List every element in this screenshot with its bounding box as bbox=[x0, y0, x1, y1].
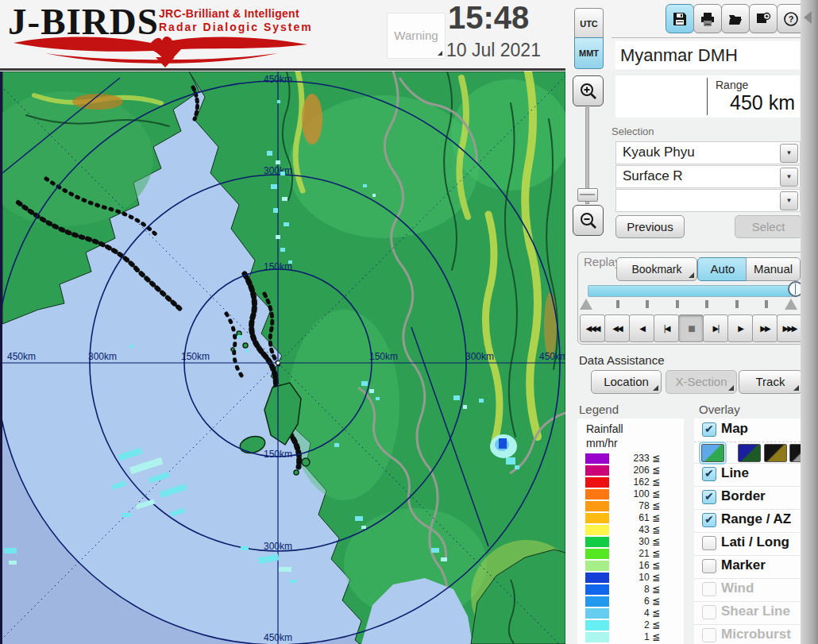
eagle-logo-icon bbox=[10, 32, 311, 68]
site-dropdown-value: Kyauk Phyu bbox=[623, 145, 695, 160]
legend-value: 61 ≦ bbox=[604, 512, 660, 523]
line-checkbox[interactable] bbox=[702, 467, 716, 481]
svg-text:300km: 300km bbox=[465, 351, 494, 362]
skip-to-start-button[interactable]: |◀ bbox=[654, 314, 679, 342]
radar-map-view[interactable]: 450km 300km 150km 150km 300km 450km 450k… bbox=[0, 71, 565, 644]
play-reverse-button[interactable]: ◀ bbox=[629, 314, 654, 342]
overlay-options: Map Line Border Range / AZ Lati / Long M… bbox=[694, 418, 801, 644]
overlay-row-border[interactable]: Border bbox=[694, 486, 801, 510]
chevron-down-icon[interactable]: ▼ bbox=[780, 168, 798, 187]
auto-mode-button[interactable]: Auto bbox=[697, 257, 748, 281]
option-dropdown[interactable]: ▼ bbox=[615, 189, 801, 212]
selection-label: Selection bbox=[612, 125, 654, 137]
replay-timeline-slider[interactable] bbox=[588, 285, 797, 297]
collapse-panel-arrow-icon[interactable] bbox=[804, 11, 812, 24]
legend-value: 206 ≦ bbox=[604, 465, 660, 476]
overlay-item-label: Wind bbox=[721, 580, 754, 596]
legend-label: Legend bbox=[579, 403, 619, 416]
microburst-checkbox bbox=[702, 628, 716, 642]
location-button[interactable]: Location bbox=[591, 370, 662, 394]
map-style-olive[interactable] bbox=[764, 444, 787, 462]
svg-text:450km: 450km bbox=[539, 351, 565, 362]
previous-button[interactable]: Previous bbox=[615, 215, 685, 238]
timeline-tick bbox=[705, 300, 708, 308]
stop-button[interactable]: ■ bbox=[678, 314, 704, 342]
data-assistance-label: Data Assistance bbox=[579, 353, 665, 367]
overlay-item-label: Microburst bbox=[721, 627, 791, 642]
bookmark-button[interactable]: Bookmark bbox=[616, 257, 697, 281]
overlay-item-label: Line bbox=[721, 465, 749, 481]
clock-date: 10 Jul 2021 bbox=[446, 40, 573, 61]
svg-text:450km: 450km bbox=[264, 74, 292, 85]
track-button[interactable]: Track bbox=[739, 370, 802, 394]
legend-value: 43 ≦ bbox=[604, 524, 660, 535]
svg-text:300km: 300km bbox=[264, 541, 292, 552]
svg-text:150km: 150km bbox=[181, 351, 210, 362]
timeline-end-marker[interactable] bbox=[785, 299, 797, 310]
overlay-item-label: Marker bbox=[721, 557, 766, 573]
map-style-terrain[interactable] bbox=[701, 444, 724, 462]
header-divider bbox=[0, 68, 565, 71]
zoom-in-button[interactable] bbox=[573, 75, 604, 106]
marker-checkbox[interactable] bbox=[702, 559, 716, 573]
open-file-button[interactable] bbox=[721, 4, 750, 33]
utc-toggle-button[interactable]: UTC bbox=[574, 8, 604, 40]
warning-button[interactable]: Warning bbox=[387, 13, 446, 59]
zoom-slider[interactable] bbox=[577, 106, 596, 204]
range-box: Range 450 km bbox=[615, 75, 800, 118]
timeline-tick bbox=[765, 300, 768, 308]
mmt-toggle-button[interactable]: MMT bbox=[574, 37, 604, 69]
overlay-row-range-az[interactable]: Range / AZ bbox=[694, 509, 801, 533]
logo-tagline-1: JRC-Brilliant & Intelligent bbox=[159, 7, 299, 20]
svg-text:300km: 300km bbox=[88, 351, 117, 362]
play-button[interactable]: ▶ bbox=[727, 314, 753, 342]
export-image-button[interactable] bbox=[749, 4, 777, 33]
overlay-row-wind: Wind bbox=[694, 578, 801, 602]
lati-long-checkbox[interactable] bbox=[702, 536, 716, 550]
panel-separator bbox=[612, 37, 801, 38]
rewind-button[interactable]: ◀◀ bbox=[604, 314, 630, 342]
product-dropdown[interactable]: Surface R ▼ bbox=[615, 165, 801, 188]
range-az-checkbox[interactable] bbox=[702, 513, 716, 527]
map-style-row bbox=[694, 442, 801, 464]
site-name: Myanmar DMH bbox=[615, 41, 800, 69]
overlay-row-map[interactable]: Map bbox=[694, 418, 801, 442]
zoom-in-icon bbox=[579, 82, 598, 101]
product-dropdown-value: Surface R bbox=[623, 168, 683, 184]
overlay-row-shear-line: Shear Line bbox=[694, 601, 801, 625]
map-style-dark-terrain[interactable] bbox=[738, 444, 761, 462]
fast-forward-button[interactable]: ▶▶▶ bbox=[777, 314, 802, 342]
range-value: 450 km bbox=[730, 91, 795, 114]
open-folder-icon bbox=[727, 11, 743, 27]
overlay-row-line[interactable]: Line bbox=[694, 463, 801, 487]
legend-value: 1 ≦ bbox=[604, 631, 660, 642]
manual-mode-button[interactable]: Manual bbox=[746, 257, 801, 281]
save-button[interactable] bbox=[666, 4, 694, 33]
clock-time: 15:48 bbox=[448, 0, 567, 36]
border-checkbox[interactable] bbox=[702, 490, 716, 504]
radar-site-dot bbox=[276, 361, 280, 364]
legend-value: 100 ≦ bbox=[604, 488, 660, 499]
legend-unit-line1: Rainfall bbox=[586, 422, 623, 435]
overlay-row-marker[interactable]: Marker bbox=[694, 555, 801, 579]
chevron-down-icon[interactable]: ▼ bbox=[780, 191, 798, 210]
replay-label: Replay bbox=[584, 255, 621, 268]
chevron-down-icon[interactable]: ▼ bbox=[780, 144, 798, 163]
forward-button[interactable]: ▶▶ bbox=[752, 314, 777, 342]
zoom-slider-thumb[interactable] bbox=[577, 188, 598, 202]
x-section-button[interactable]: X-Section bbox=[666, 370, 737, 394]
site-dropdown[interactable]: Kyauk Phyu ▼ bbox=[615, 141, 801, 164]
overlay-row-lati-long[interactable]: Lati / Long bbox=[694, 532, 801, 556]
select-button[interactable]: Select bbox=[735, 215, 802, 238]
panel-collapse-strip[interactable] bbox=[801, 0, 818, 644]
fast-rewind-button[interactable]: ◀◀◀ bbox=[580, 314, 605, 342]
print-button[interactable] bbox=[693, 4, 722, 33]
save-icon bbox=[672, 11, 688, 27]
skip-to-end-button[interactable]: ▶| bbox=[703, 314, 728, 342]
map-checkbox[interactable] bbox=[702, 422, 716, 437]
timeline-tick bbox=[676, 300, 679, 308]
timeline-start-marker[interactable] bbox=[580, 299, 592, 310]
zoom-out-button[interactable] bbox=[573, 205, 604, 236]
overlay-item-label: Shear Line bbox=[721, 604, 790, 619]
legend-value: 10 ≦ bbox=[604, 572, 660, 583]
